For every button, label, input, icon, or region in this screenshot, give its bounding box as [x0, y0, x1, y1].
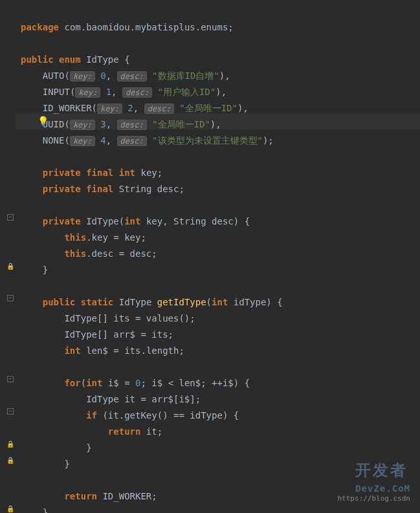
- code-editor[interactable]: 💡 package com.baomidou.mybatisplus.enums…: [16, 0, 420, 513]
- code-line[interactable]: INPUT(key: 1, desc: "用户输入ID"),: [21, 84, 420, 100]
- code-line[interactable]: [21, 359, 420, 375]
- code-line[interactable]: for(int i$ = 0; i$ < len$; ++i$) {: [21, 375, 420, 391]
- code-line[interactable]: private IdType(int key, String desc) {: [21, 213, 420, 230]
- code-line[interactable]: return it;: [21, 424, 420, 440]
- code-line[interactable]: package com.baomidou.mybatisplus.enums;: [21, 19, 420, 36]
- editor-gutter: − 🔒 − − − 🔒 🔒 🔒: [0, 0, 16, 513]
- fold-icon[interactable]: −: [6, 294, 14, 302]
- code-line[interactable]: UUID(key: 3, desc: "全局唯一ID"),: [21, 116, 420, 133]
- code-line[interactable]: }: [21, 262, 420, 278]
- code-line[interactable]: AUTO(key: 0, desc: "数据库ID自增"),: [21, 68, 420, 84]
- code-line[interactable]: public enum IdType {: [21, 52, 420, 68]
- code-line[interactable]: if (it.getKey() == idType) {: [21, 408, 420, 424]
- code-line[interactable]: }: [21, 440, 420, 456]
- lock-icon: 🔒: [6, 505, 14, 512]
- code-line[interactable]: ID_WORKER(key: 2, desc: "全局唯一ID"),: [21, 100, 420, 116]
- code-line[interactable]: private final int key;: [21, 165, 420, 181]
- code-line[interactable]: int len$ = its.length;: [21, 343, 420, 359]
- lock-icon: 🔒: [6, 262, 14, 270]
- code-line[interactable]: public static IdType getIdType(int idTyp…: [21, 294, 420, 311]
- code-line[interactable]: [21, 197, 420, 213]
- fold-icon[interactable]: −: [6, 375, 14, 383]
- lock-icon: 🔒: [6, 456, 14, 464]
- watermark-url: https://blog.csdn: [337, 490, 410, 507]
- code-line[interactable]: IdType it = arr$[i$];: [21, 391, 420, 408]
- code-line[interactable]: [21, 36, 420, 52]
- code-line[interactable]: IdType[] its = values();: [21, 311, 420, 327]
- code-line[interactable]: this.desc = desc;: [21, 246, 420, 262]
- fold-icon[interactable]: −: [6, 408, 14, 415]
- lock-icon: 🔒: [6, 440, 14, 448]
- code-line[interactable]: [21, 149, 420, 165]
- code-line[interactable]: private final String desc;: [21, 181, 420, 197]
- code-line[interactable]: [21, 278, 420, 294]
- code-line[interactable]: this.key = key;: [21, 230, 420, 246]
- code-line[interactable]: NONE(key: 4, desc: "该类型为未设置主键类型");: [21, 133, 420, 149]
- fold-icon[interactable]: −: [6, 213, 14, 221]
- intention-bulb-icon[interactable]: 💡: [38, 113, 49, 129]
- code-line[interactable]: IdType[] arr$ = its;: [21, 327, 420, 343]
